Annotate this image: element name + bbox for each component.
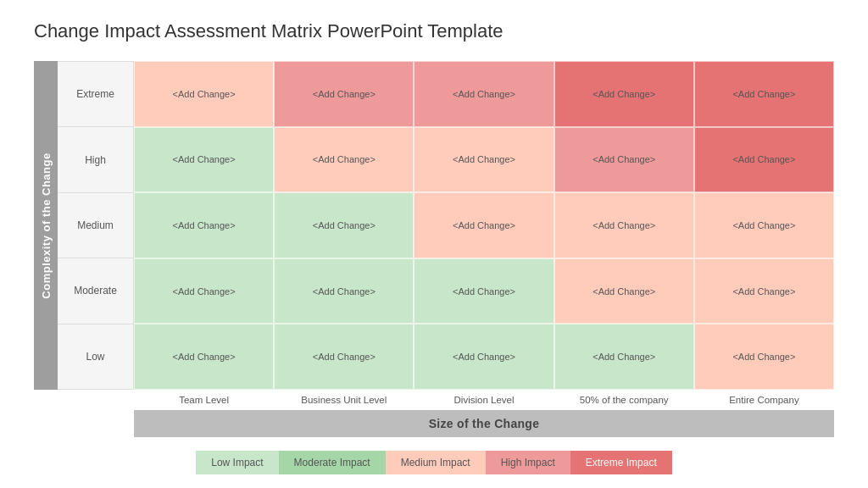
matrix-main: Complexity of the Change ExtremeHighMedi… xyxy=(34,61,834,390)
grid-cell[interactable]: <Add Change> xyxy=(134,258,274,324)
grid-cell[interactable]: <Add Change> xyxy=(134,61,274,127)
grid-cell[interactable]: <Add Change> xyxy=(414,61,554,127)
grid-cell[interactable]: <Add Change> xyxy=(694,258,834,324)
grid-cell[interactable]: <Add Change> xyxy=(694,192,834,258)
legend-item: Low Impact xyxy=(196,451,278,474)
grid-cell[interactable]: <Add Change> xyxy=(554,324,694,390)
legend: Low ImpactModerate ImpactMedium ImpactHi… xyxy=(34,451,834,474)
col-header: Division Level xyxy=(414,390,554,408)
grid-cell[interactable]: <Add Change> xyxy=(694,127,834,193)
legend-item: Moderate Impact xyxy=(279,451,386,474)
legend-item: High Impact xyxy=(486,451,570,474)
legend-item: Extreme Impact xyxy=(570,451,672,474)
row-label: Medium xyxy=(58,193,133,258)
grid-cell[interactable]: <Add Change> xyxy=(134,192,274,258)
grid-cell[interactable]: <Add Change> xyxy=(554,61,694,127)
row-labels: ExtremeHighMediumModerateLow xyxy=(58,61,134,390)
grid-cell[interactable]: <Add Change> xyxy=(134,127,274,193)
grid-row: <Add Change><Add Change><Add Change><Add… xyxy=(134,127,834,193)
col-header: Entire Company xyxy=(694,390,834,408)
grid-cell[interactable]: <Add Change> xyxy=(134,324,274,390)
col-header: 50% of the company xyxy=(554,390,694,408)
row-label: High xyxy=(58,127,133,192)
grid-row: <Add Change><Add Change><Add Change><Add… xyxy=(134,192,834,258)
matrix-container: Complexity of the Change ExtremeHighMedi… xyxy=(34,61,834,474)
page-title: Change Impact Assessment Matrix PowerPoi… xyxy=(34,20,834,42)
grid-cell[interactable]: <Add Change> xyxy=(694,61,834,127)
row-label: Extreme xyxy=(58,62,133,127)
col-header: Team Level xyxy=(134,390,274,408)
grid-row: <Add Change><Add Change><Add Change><Add… xyxy=(134,61,834,127)
grid-cell[interactable]: <Add Change> xyxy=(274,324,414,390)
grid-cell[interactable]: <Add Change> xyxy=(274,258,414,324)
grid-cell[interactable]: <Add Change> xyxy=(274,192,414,258)
grid-cell[interactable]: <Add Change> xyxy=(554,127,694,193)
grid-cell[interactable]: <Add Change> xyxy=(274,127,414,193)
y-axis-label: Complexity of the Change xyxy=(34,61,58,390)
grid-cell[interactable]: <Add Change> xyxy=(274,61,414,127)
row-label: Moderate xyxy=(58,258,133,324)
grid-row: <Add Change><Add Change><Add Change><Add… xyxy=(134,324,834,390)
grid-cell[interactable]: <Add Change> xyxy=(414,324,554,390)
grid-cell[interactable]: <Add Change> xyxy=(554,258,694,324)
grid-area: <Add Change><Add Change><Add Change><Add… xyxy=(134,61,834,390)
x-axis-bar: Size of the Change xyxy=(134,410,834,437)
grid-cell[interactable]: <Add Change> xyxy=(414,192,554,258)
col-header: Business Unit Level xyxy=(274,390,414,408)
grid-cell[interactable]: <Add Change> xyxy=(694,324,834,390)
legend-item: Medium Impact xyxy=(386,451,486,474)
grid-row: <Add Change><Add Change><Add Change><Add… xyxy=(134,258,834,324)
grid-cell[interactable]: <Add Change> xyxy=(414,127,554,193)
grid-cell[interactable]: <Add Change> xyxy=(414,258,554,324)
col-headers: Team LevelBusiness Unit LevelDivision Le… xyxy=(134,390,834,408)
grid-cell[interactable]: <Add Change> xyxy=(554,192,694,258)
row-label: Low xyxy=(58,324,133,389)
